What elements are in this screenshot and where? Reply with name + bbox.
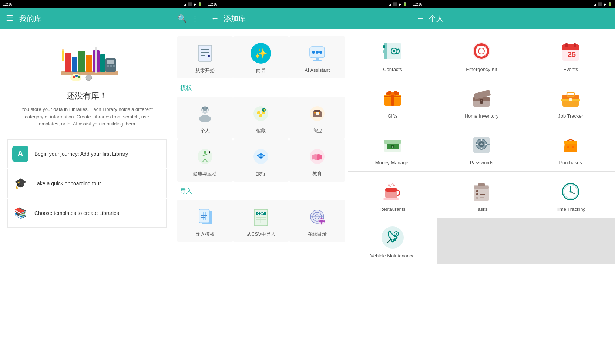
template-health[interactable]: ✦ 健康与运动 bbox=[177, 139, 233, 182]
grid-cell-vehicle[interactable]: Vehicle Maintenance bbox=[348, 218, 437, 264]
grid-cell-tasks[interactable]: Tasks bbox=[437, 172, 526, 218]
grid-cell-emergency[interactable]: Emergency Kit bbox=[437, 32, 526, 78]
content-row: 还没有库！ You store your data in Libraries. … bbox=[0, 29, 615, 364]
import-csv-label: 从CSV中导入 bbox=[246, 231, 276, 237]
tour-icon: 🎓 bbox=[12, 175, 28, 192]
topbar-mid: ← 添加库 bbox=[205, 8, 410, 29]
status-bar-mid: 12:16 ▲ ⬛ ▶ 🔋 bbox=[205, 0, 410, 8]
svg-rect-156 bbox=[569, 183, 572, 184]
home-inventory-label: Home Inventory bbox=[465, 113, 499, 119]
online-catalog-item[interactable]: 在线目录 bbox=[289, 200, 345, 242]
svg-point-18 bbox=[75, 75, 78, 77]
wizard-icon: ✨ bbox=[250, 42, 272, 64]
template-education[interactable]: 教育 bbox=[289, 139, 345, 182]
library-illustration bbox=[54, 36, 120, 84]
page-title-right: 个人 bbox=[429, 14, 444, 24]
back-icon-mid[interactable]: ← bbox=[211, 14, 219, 23]
status-icons-left: ▲ ⬛ ▶ 🔋 bbox=[184, 2, 202, 6]
templates-label: Choose templates to create Libraries bbox=[34, 210, 119, 216]
template-collection[interactable]: 💡 馆藏 bbox=[233, 97, 289, 139]
svg-text:✦: ✦ bbox=[208, 150, 211, 154]
template-business[interactable]: 商业 bbox=[289, 97, 345, 139]
import-template-label: 导入模板 bbox=[195, 231, 215, 237]
personal-label: 个人 bbox=[200, 128, 210, 134]
svg-point-158 bbox=[393, 238, 396, 241]
svg-point-48 bbox=[319, 112, 320, 114]
collection-icon: 💡 bbox=[250, 102, 272, 125]
svg-rect-30 bbox=[313, 60, 322, 61]
svg-rect-84 bbox=[319, 220, 320, 222]
home-inventory-icon bbox=[470, 86, 493, 109]
grid-cell-events[interactable]: 25 Events bbox=[526, 32, 615, 78]
svg-rect-38 bbox=[257, 111, 260, 114]
panel-left-content: 还没有库！ You store your data in Libraries. … bbox=[0, 29, 174, 364]
svg-point-19 bbox=[78, 76, 80, 78]
grid-cell-gifts[interactable]: Gifts bbox=[348, 78, 437, 125]
svg-rect-135 bbox=[564, 141, 577, 144]
import-template-icon bbox=[194, 206, 216, 228]
template-personal[interactable]: 个人 bbox=[177, 97, 233, 139]
events-label: Events bbox=[563, 67, 578, 72]
travel-icon bbox=[250, 145, 272, 168]
option-scratch[interactable]: 从零开始 bbox=[177, 36, 233, 78]
svg-point-129 bbox=[480, 143, 483, 145]
health-label: 健康与运动 bbox=[193, 171, 217, 177]
grid-cell-time-tracking[interactable]: Time Tracking bbox=[526, 172, 615, 218]
online-catalog-label: 在线目录 bbox=[308, 231, 327, 237]
svg-point-28 bbox=[319, 51, 322, 54]
grid-cell-job-tracker[interactable]: Job Tracker bbox=[526, 78, 615, 125]
svg-rect-83 bbox=[321, 223, 322, 224]
contacts-icon bbox=[381, 39, 404, 63]
contacts-label: Contacts bbox=[383, 67, 402, 72]
job-tracker-icon bbox=[559, 86, 582, 109]
template-travel[interactable]: 旅行 bbox=[233, 139, 289, 182]
purchases-icon bbox=[559, 132, 582, 156]
gifts-icon bbox=[381, 86, 404, 109]
action-tour[interactable]: 🎓 Take a quick onboarding tour bbox=[7, 169, 167, 198]
more-icon[interactable]: ⋮ bbox=[191, 14, 199, 23]
topbar-right: ← 个人 bbox=[410, 8, 615, 29]
option-ai[interactable]: AI Assistant bbox=[289, 36, 345, 78]
grid-cell-contacts[interactable]: Contacts bbox=[348, 32, 437, 78]
action-templates[interactable]: 📚 Choose templates to create Libraries bbox=[7, 199, 167, 228]
svg-text:$: $ bbox=[392, 145, 394, 148]
back-icon-right[interactable]: ← bbox=[416, 14, 424, 23]
business-label: 商业 bbox=[312, 128, 322, 134]
vehicle-icon bbox=[381, 226, 404, 249]
library-templates-grid: Contacts Emergency Kit bbox=[348, 32, 615, 264]
passwords-label: Passwords bbox=[470, 160, 494, 165]
scratch-label: 从零开始 bbox=[195, 67, 215, 74]
import-template-item[interactable]: 导入模板 bbox=[177, 200, 233, 242]
time-left: 12:16 bbox=[3, 2, 12, 6]
svg-rect-139 bbox=[385, 188, 397, 192]
grid-cell-money-manager[interactable]: $ Money Manager bbox=[348, 125, 437, 171]
svg-point-27 bbox=[316, 51, 319, 54]
svg-point-36 bbox=[206, 107, 208, 109]
panel-mid-content: 从零开始 ✨ 向导 bbox=[174, 29, 348, 364]
svg-rect-3 bbox=[78, 51, 85, 72]
menu-icon[interactable]: ☰ bbox=[6, 14, 13, 23]
svg-rect-85 bbox=[323, 220, 325, 222]
svg-rect-144 bbox=[476, 190, 478, 192]
svg-point-136 bbox=[567, 146, 569, 148]
svg-rect-99 bbox=[565, 43, 568, 47]
collection-label: 馆藏 bbox=[256, 128, 266, 134]
health-icon: ✦ bbox=[194, 145, 216, 168]
svg-rect-29 bbox=[316, 58, 319, 60]
grid-cell-passwords[interactable]: Passwords bbox=[437, 125, 526, 171]
online-catalog-icon bbox=[306, 206, 328, 228]
action-add-first[interactable]: A Begin your journey: Add your first Lib… bbox=[7, 139, 167, 168]
svg-point-155 bbox=[570, 191, 572, 193]
search-icon[interactable]: 🔍 bbox=[178, 14, 187, 23]
import-csv-item[interactable]: CSV 从CSV中导入 bbox=[233, 200, 289, 242]
events-icon: 25 bbox=[559, 39, 582, 63]
svg-rect-4 bbox=[86, 55, 92, 72]
svg-point-95 bbox=[478, 48, 484, 54]
money-manager-label: Money Manager bbox=[375, 160, 410, 165]
grid-cell-home-inventory[interactable]: Home Inventory bbox=[437, 78, 526, 125]
templates-icon: 📚 bbox=[12, 205, 28, 221]
grid-cell-purchases[interactable]: Purchases bbox=[526, 125, 615, 171]
option-wizard[interactable]: ✨ 向导 bbox=[233, 36, 289, 78]
svg-point-160 bbox=[396, 233, 397, 235]
grid-cell-restaurants[interactable]: Restaurants bbox=[348, 172, 437, 218]
